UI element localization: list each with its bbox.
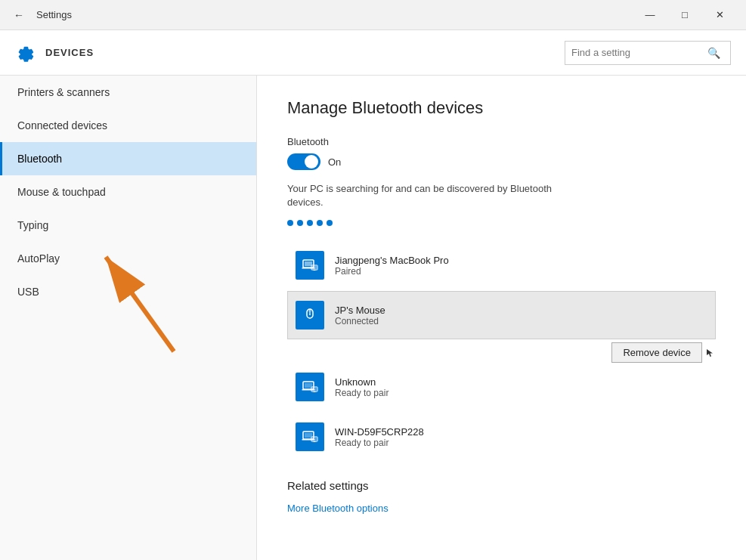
laptop-icon — [301, 256, 319, 274]
device-name-macbook: Jiangpeng's MacBook Pro — [335, 255, 707, 266]
device-win[interactable]: WIN-D59F5CRP228 Ready to pair — [287, 413, 716, 461]
device-icon-unknown — [296, 373, 324, 401]
svg-rect-23 — [312, 438, 317, 441]
device-status-win: Ready to pair — [335, 438, 707, 448]
sidebar-item-usb[interactable]: USB — [0, 275, 256, 308]
bluetooth-label: Bluetooth — [287, 136, 716, 147]
searching-dots — [287, 220, 716, 226]
device-icon-win — [296, 422, 324, 451]
close-button[interactable]: ✕ — [702, 4, 737, 26]
remove-device-button[interactable]: Remove device — [611, 342, 702, 363]
sidebar-item-printers[interactable]: Printers & scanners — [0, 76, 256, 109]
sidebar-item-bluetooth[interactable]: Bluetooth — [0, 142, 256, 175]
device-status-macbook: Paired — [335, 266, 707, 277]
device-name-win: WIN-D59F5CRP228 — [335, 426, 707, 438]
minimize-button[interactable]: — — [633, 4, 667, 26]
device-status-unknown: Ready to pair — [335, 388, 707, 398]
dot-5 — [327, 220, 333, 226]
device-info-macbook: Jiangpeng's MacBook Pro Paired — [335, 255, 707, 277]
laptop-icon-3 — [301, 428, 319, 446]
title-controls: — □ ✕ — [633, 4, 737, 26]
back-button[interactable]: ← — [9, 6, 29, 24]
app-header: DEVICES 🔍 — [0, 30, 746, 76]
svg-rect-8 — [314, 270, 316, 271]
sidebar-item-connected[interactable]: Connected devices — [0, 109, 256, 142]
device-unknown[interactable]: Unknown Ready to pair — [287, 363, 716, 411]
laptop-icon-2 — [301, 378, 319, 396]
toggle-on-label: On — [328, 156, 341, 168]
sidebar-item-mouse[interactable]: Mouse & touchpad — [0, 175, 256, 209]
cursor-icon — [705, 348, 716, 358]
dot-1 — [287, 220, 293, 226]
title-left: ← Settings — [9, 6, 72, 24]
device-info-mouse: JP's Mouse Connected — [335, 305, 707, 326]
svg-rect-14 — [305, 383, 312, 388]
page-title: Manage Bluetooth devices — [287, 98, 716, 118]
device-name-mouse: JP's Mouse — [335, 305, 707, 316]
svg-rect-17 — [312, 388, 317, 391]
svg-rect-20 — [305, 433, 312, 438]
mouse-icon — [301, 306, 319, 324]
device-info-unknown: Unknown Ready to pair — [335, 376, 707, 398]
dot-4 — [317, 220, 323, 226]
header-left: DEVICES — [15, 42, 94, 63]
more-bluetooth-link[interactable]: More Bluetooth options — [287, 503, 388, 514]
device-status-mouse: Connected — [335, 316, 707, 326]
gear-icon — [15, 42, 36, 63]
svg-rect-3 — [305, 261, 312, 266]
device-icon-mouse — [296, 301, 324, 330]
related-settings-title: Related settings — [287, 479, 716, 492]
title-bar: ← Settings — □ ✕ — [0, 0, 746, 30]
dot-2 — [297, 220, 303, 226]
svg-rect-24 — [314, 441, 316, 442]
maximize-button[interactable]: □ — [667, 4, 702, 26]
search-input[interactable] — [571, 47, 707, 58]
svg-rect-7 — [312, 266, 317, 269]
app-title: DEVICES — [45, 47, 94, 58]
device-macbook[interactable]: Jiangpeng's MacBook Pro Paired — [287, 241, 716, 289]
window-title: Settings — [36, 9, 72, 20]
bluetooth-toggle[interactable] — [287, 153, 320, 170]
device-mouse[interactable]: JP's Mouse Connected — [287, 291, 716, 339]
device-name-unknown: Unknown — [335, 376, 707, 388]
svg-point-11 — [309, 314, 311, 315]
svg-rect-18 — [314, 391, 316, 392]
toggle-row: On — [287, 153, 716, 170]
main-layout: Printers & scanners Connected devices Bl… — [0, 76, 746, 560]
svg-rect-5 — [303, 260, 307, 261]
remove-btn-wrapper: Remove device — [287, 342, 716, 363]
sidebar-item-autoplay[interactable]: AutoPlay — [0, 242, 256, 275]
content-area: Manage Bluetooth devices Bluetooth On Yo… — [257, 76, 746, 560]
search-box[interactable]: 🔍 — [565, 41, 731, 65]
searching-text: Your PC is searching for and can be disc… — [287, 182, 590, 209]
dot-3 — [307, 220, 313, 226]
device-icon-macbook — [296, 251, 324, 280]
search-icon: 🔍 — [707, 47, 720, 59]
sidebar-item-typing[interactable]: Typing — [0, 209, 256, 242]
sidebar: Printers & scanners Connected devices Bl… — [0, 76, 257, 560]
device-info-win: WIN-D59F5CRP228 Ready to pair — [335, 426, 707, 448]
